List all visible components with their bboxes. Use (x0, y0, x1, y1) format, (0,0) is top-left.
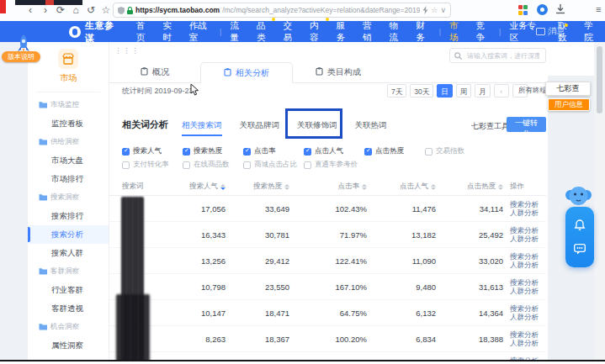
subtab-关联热词[interactable]: 关联热词 (355, 120, 387, 136)
sidebar-group-市场监控[interactable]: 市场监控 (28, 96, 109, 114)
qicaicha-extension-button[interactable]: 七彩查 (545, 82, 591, 96)
date-button-周[interactable]: 周 (456, 84, 472, 98)
chat-icon[interactable] (574, 244, 586, 255)
action-link-人群分析[interactable]: 人群分析 (510, 235, 539, 243)
date-button-7天[interactable]: 7天 (387, 84, 406, 98)
sidebar-group-label: 客群洞察 (50, 266, 79, 277)
column-header-搜索人气[interactable]: 搜索人气 (165, 182, 226, 192)
brand-logo-icon (69, 26, 81, 38)
metric-checkbox-商城点击占比[interactable]: 商城点击占比 (243, 160, 304, 170)
tab-相关分析[interactable]: 相关分析 (200, 62, 293, 83)
forward-icon[interactable]: › (39, 3, 52, 17)
brand[interactable]: 生意参谋 (69, 19, 119, 45)
tab-icon (141, 67, 148, 77)
sidebar-item-市场大盘[interactable]: 市场大盘 (28, 151, 109, 170)
bookmark-star-icon[interactable]: ☆ (99, 3, 113, 17)
action-link-搜索分析[interactable]: 搜索分析 (510, 252, 539, 261)
sidebar-group-机会洞察[interactable]: 机会洞察 (28, 318, 109, 336)
action-link-搜索分析[interactable]: 搜索分析 (510, 278, 539, 287)
sidebar-item-搜索人群[interactable]: 搜索人群 (28, 244, 109, 262)
tab-类目构成[interactable]: 类目构成 (293, 62, 384, 82)
action-link-搜索分析[interactable]: 搜索分析 (510, 200, 539, 208)
metric-checkbox-支付转化率[interactable]: 支付转化率 (122, 160, 183, 170)
home-icon[interactable]: ⌂ (69, 3, 82, 17)
browser-extension-icon[interactable] (537, 4, 548, 15)
metric-checkbox-点击人气[interactable]: 点击人气 (304, 146, 364, 156)
download-icon[interactable] (555, 4, 565, 15)
action-link-搜索分析[interactable]: 搜索分析 (510, 226, 539, 235)
sidebar-group-客群洞察[interactable]: 客群洞察 (28, 262, 109, 281)
action-link-人群分析[interactable]: 人群分析 (510, 208, 539, 217)
checkbox-icon[interactable] (183, 148, 190, 156)
shield-icon (118, 7, 125, 14)
checkbox-icon[interactable] (304, 161, 311, 169)
lightning-icon[interactable] (422, 6, 428, 14)
menu-icon[interactable]: ≡ (596, 4, 601, 14)
sidebar-item-搜索分析[interactable]: 搜索分析 (28, 225, 109, 244)
chevron-down-icon[interactable]: ∨ (440, 6, 446, 14)
metric-checkbox-直通车参考价[interactable]: 直通车参考价 (304, 160, 364, 170)
column-header-搜索热度[interactable]: 搜索热度 (226, 182, 289, 192)
sidebar-group-供给洞察[interactable]: 供给洞察 (28, 133, 109, 151)
subtab-关联品牌词[interactable]: 关联品牌词 (240, 120, 280, 136)
checkbox-icon[interactable] (304, 148, 311, 156)
messages-button[interactable]: 消息 (536, 26, 565, 37)
user-info-button[interactable]: 用户信息 (548, 98, 590, 111)
metric-checkbox-点击热度[interactable]: 点击热度 (364, 146, 425, 156)
sidebar-item-客群透视[interactable]: 客群透视 (28, 299, 109, 318)
action-link-人群分析[interactable]: 人群分析 (510, 313, 539, 321)
history-icon[interactable]: ↺ (84, 3, 98, 17)
tab-概况[interactable]: 概况 (109, 62, 200, 82)
page-scrollbar[interactable] (594, 42, 605, 364)
metric-checkbox-点击率[interactable]: 点击率 (243, 146, 304, 156)
version-badge[interactable]: 版本说明 (2, 51, 40, 62)
metric-label: 直通车参考价 (315, 160, 358, 170)
back-icon[interactable]: ‹ (24, 3, 37, 17)
metric-checkbox-搜索热度[interactable]: 搜索热度 (183, 146, 243, 156)
date-button-30天[interactable]: 30天 (410, 84, 433, 98)
scrollbar-thumb[interactable] (597, 46, 602, 113)
column-header-点击人气[interactable]: 点击人气 (367, 182, 436, 192)
drag-handle-icon[interactable]: ⋮⋮⋮ (114, 46, 140, 55)
sidebar-group-搜索洞察[interactable]: 搜索洞察 (28, 188, 109, 207)
action-link-人群分析[interactable]: 人群分析 (510, 261, 539, 269)
analysis-card-header: 相关词分析 相关搜索词关联品牌词关联修饰词关联热词 七彩查工具： 一键转化 (109, 114, 546, 136)
date-button-月[interactable]: 月 (475, 84, 491, 98)
search-input[interactable] (465, 51, 541, 61)
column-header-点击热度[interactable]: 点击热度 (436, 182, 503, 192)
one-click-convert-button[interactable]: 一键转化 (507, 117, 546, 132)
action-link-人群分析[interactable]: 人群分析 (510, 339, 539, 347)
star-icon[interactable]: ☆ (431, 6, 438, 14)
action-link-搜索分析[interactable]: 搜索分析 (510, 330, 539, 339)
sidebar-item-行业客群[interactable]: 行业客群 (28, 281, 109, 299)
sidebar-item-市场排行[interactable]: 市场排行 (28, 170, 109, 188)
metric-label: 支付转化率 (133, 160, 169, 170)
reload-icon[interactable]: ⟳ (54, 3, 67, 17)
checkbox-icon[interactable] (243, 161, 251, 169)
metric-checkbox-在线商品数[interactable]: 在线商品数 (183, 160, 243, 170)
checkbox-icon[interactable] (183, 161, 190, 169)
sidebar-item-搜索排行[interactable]: 搜索排行 (28, 207, 109, 225)
column-header-点击率[interactable]: 点击率 (289, 182, 367, 192)
address-bar[interactable]: https://sycm.taobao.com/mc/mq/search_ana… (113, 3, 451, 18)
value-cell: 18,471 (226, 309, 289, 318)
checkbox-icon[interactable] (364, 148, 372, 156)
keyword-search-box[interactable] (449, 48, 546, 63)
action-link-搜索分析[interactable]: 搜索分析 (510, 304, 539, 313)
date-button-日[interactable]: 日 (437, 84, 453, 98)
subtab-关联修饰词[interactable]: 关联修饰词 (297, 120, 337, 136)
checkbox-icon[interactable] (122, 148, 130, 156)
sidebar-item-监控看板[interactable]: 监控看板 (28, 114, 109, 133)
checkbox-icon[interactable] (243, 148, 251, 156)
value-cell: 31,613 (436, 282, 503, 292)
action-link-人群分析[interactable]: 人群分析 (510, 287, 539, 295)
checkbox-icon[interactable] (122, 161, 130, 169)
metric-checkbox-搜索人气[interactable]: 搜索人气 (122, 146, 183, 156)
bell-icon[interactable] (574, 219, 586, 231)
checkbox-icon[interactable] (425, 148, 433, 156)
extensions-grid-icon[interactable] (518, 5, 528, 15)
sidebar-item-属性洞察[interactable]: 属性洞察 (28, 336, 109, 355)
prev-period-button[interactable]: ‹ (494, 84, 509, 98)
subtab-相关搜索词[interactable]: 相关搜索词 (182, 120, 222, 136)
metric-checkbox-交易指数[interactable]: 交易指数 (425, 146, 486, 156)
